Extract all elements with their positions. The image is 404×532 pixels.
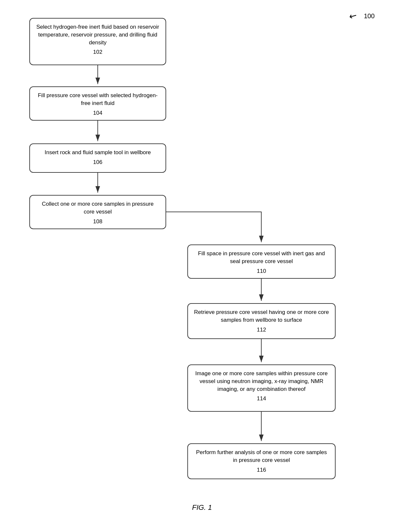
box-104-step: 104 xyxy=(36,109,160,117)
box-106-text: Insert rock and fluid sample tool in wel… xyxy=(45,149,151,155)
box-102: Select hydrogen-free inert fluid based o… xyxy=(29,18,166,65)
box-110: Fill space in pressure core vessel with … xyxy=(187,244,336,279)
box-108: Collect one or more core samples in pres… xyxy=(29,195,166,229)
box-112-text: Retrieve pressure core vessel having one… xyxy=(194,309,329,323)
box-106: Insert rock and fluid sample tool in wel… xyxy=(29,143,166,173)
box-110-text: Fill space in pressure core vessel with … xyxy=(198,250,325,264)
ref-arrow: ↙ xyxy=(347,9,359,22)
box-106-step: 106 xyxy=(36,158,160,166)
box-116-text: Perform further analysis of one or more … xyxy=(196,449,327,463)
box-108-step: 108 xyxy=(36,218,160,226)
box-112: Retrieve pressure core vessel having one… xyxy=(187,303,336,339)
box-102-step: 102 xyxy=(36,48,160,56)
box-110-step: 110 xyxy=(194,267,329,275)
box-114-step: 114 xyxy=(194,395,329,403)
box-104-text: Fill pressure core vessel with selected … xyxy=(38,92,158,106)
box-112-step: 112 xyxy=(194,326,329,334)
box-114: Image one or more core samples within pr… xyxy=(187,364,336,412)
box-102-text: Select hydrogen-free inert fluid based o… xyxy=(36,24,159,46)
box-114-text: Image one or more core samples within pr… xyxy=(195,370,327,392)
diagram-ref: 100 xyxy=(364,12,375,20)
box-104: Fill pressure core vessel with selected … xyxy=(29,86,166,121)
box-116-step: 116 xyxy=(194,466,329,474)
fig-label: FIG. 1 xyxy=(192,503,212,512)
box-108-text: Collect one or more core samples in pres… xyxy=(42,201,154,215)
diagram-container: ↙ 100 Select hydrogen-free inert fluid b… xyxy=(0,0,404,522)
box-116: Perform further analysis of one or more … xyxy=(187,443,336,479)
